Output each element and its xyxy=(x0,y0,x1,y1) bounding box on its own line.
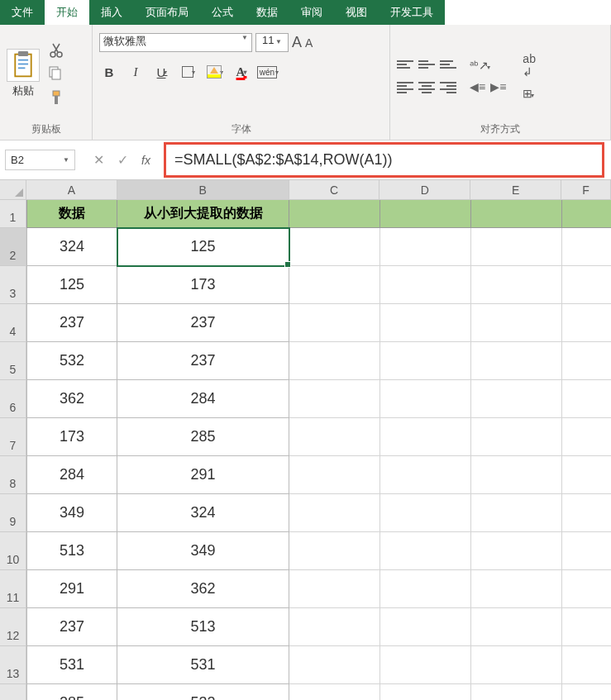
cell-B9[interactable]: 324 xyxy=(117,494,289,532)
cell-D1[interactable] xyxy=(380,200,471,228)
col-header-F[interactable]: F xyxy=(561,180,611,200)
cell-A4[interactable]: 237 xyxy=(26,304,117,342)
cell-B14[interactable]: 532 xyxy=(117,684,289,700)
cell-D10[interactable] xyxy=(380,532,471,570)
cell-F3[interactable] xyxy=(562,266,611,304)
cell-D3[interactable] xyxy=(380,266,471,304)
cell-A13[interactable]: 531 xyxy=(26,646,117,684)
row-header-14[interactable]: 14 xyxy=(0,684,26,700)
align-center-button[interactable] xyxy=(418,80,435,95)
cell-F13[interactable] xyxy=(562,646,611,684)
cell-E4[interactable] xyxy=(471,304,562,342)
col-header-E[interactable]: E xyxy=(470,180,561,200)
italic-button[interactable]: I xyxy=(126,62,146,82)
cell-F11[interactable] xyxy=(562,570,611,608)
select-all-corner[interactable] xyxy=(0,180,26,200)
cell-C3[interactable] xyxy=(289,266,380,304)
cell-C14[interactable] xyxy=(289,684,380,700)
cell-F12[interactable] xyxy=(562,608,611,646)
phonetic-button[interactable]: wén▾ xyxy=(258,62,278,82)
cell-E11[interactable] xyxy=(471,570,562,608)
tab-developer[interactable]: 开发工具 xyxy=(379,0,445,25)
fill-color-button[interactable]: ▾ xyxy=(205,62,225,82)
cell-F5[interactable] xyxy=(562,342,611,380)
decrease-font-button[interactable]: A xyxy=(305,36,313,50)
cell-D11[interactable] xyxy=(380,570,471,608)
paste-button[interactable]: 粘贴 xyxy=(7,49,40,98)
tab-data[interactable]: 数据 xyxy=(245,0,289,25)
cell-C13[interactable] xyxy=(289,646,380,684)
cell-F14[interactable] xyxy=(562,684,611,700)
tab-file[interactable]: 文件 xyxy=(0,0,45,25)
cell-B13[interactable]: 531 xyxy=(117,646,289,684)
cell-C9[interactable] xyxy=(289,494,380,532)
cell-C1[interactable] xyxy=(289,200,380,228)
col-header-B[interactable]: B xyxy=(117,180,289,200)
border-button[interactable]: ▾ xyxy=(179,62,198,82)
tab-insert[interactable]: 插入 xyxy=(89,0,134,25)
formula-input[interactable]: =SMALL($A$2:$A$14,ROW(A1)) xyxy=(164,142,604,178)
cell-C2[interactable] xyxy=(289,228,380,266)
row-header-13[interactable]: 13 xyxy=(0,646,26,684)
row-header-9[interactable]: 9 xyxy=(0,494,26,532)
row-header-10[interactable]: 10 xyxy=(0,532,26,570)
cell-E9[interactable] xyxy=(471,494,562,532)
cell-E14[interactable] xyxy=(471,684,562,700)
cell-D8[interactable] xyxy=(380,456,471,494)
cell-E6[interactable] xyxy=(471,380,562,418)
cell-A7[interactable]: 173 xyxy=(26,418,117,456)
cell-C10[interactable] xyxy=(289,532,380,570)
cell-C5[interactable] xyxy=(289,342,380,380)
cell-D5[interactable] xyxy=(380,342,471,380)
cell-E7[interactable] xyxy=(471,418,562,456)
cell-F10[interactable] xyxy=(562,532,611,570)
cell-D9[interactable] xyxy=(380,494,471,532)
tab-formula[interactable]: 公式 xyxy=(200,0,245,25)
row-header-2[interactable]: 2 xyxy=(0,228,26,266)
cell-F2[interactable] xyxy=(562,228,611,266)
cell-B11[interactable]: 362 xyxy=(117,570,289,608)
font-name-select[interactable]: 微软雅黑 ▼ xyxy=(99,33,252,52)
format-painter-button[interactable] xyxy=(48,89,64,106)
row-header-3[interactable]: 3 xyxy=(0,266,26,304)
decrease-indent-button[interactable]: ◀≡ xyxy=(470,80,485,93)
cell-B8[interactable]: 291 xyxy=(117,456,289,494)
font-color-button[interactable]: A▾ xyxy=(232,62,251,82)
cell-B10[interactable]: 349 xyxy=(117,532,289,570)
col-header-C[interactable]: C xyxy=(289,180,380,200)
cell-C6[interactable] xyxy=(289,380,380,418)
cell-F6[interactable] xyxy=(562,380,611,418)
row-header-5[interactable]: 5 xyxy=(0,342,26,380)
name-box[interactable]: B2 ▼ xyxy=(5,150,75,170)
cell-B12[interactable]: 513 xyxy=(117,608,289,646)
cell-A6[interactable]: 362 xyxy=(26,380,117,418)
cell-F8[interactable] xyxy=(562,456,611,494)
align-middle-button[interactable] xyxy=(418,57,435,72)
col-header-D[interactable]: D xyxy=(379,180,470,200)
cell-E3[interactable] xyxy=(471,266,562,304)
cell-A12[interactable]: 237 xyxy=(26,608,117,646)
cell-E13[interactable] xyxy=(471,646,562,684)
cell-B6[interactable]: 284 xyxy=(117,380,289,418)
underline-button[interactable]: U▾ xyxy=(152,62,172,82)
cell-B2[interactable]: 125 xyxy=(117,228,289,266)
cell-F7[interactable] xyxy=(562,418,611,456)
cell-A11[interactable]: 291 xyxy=(26,570,117,608)
wrap-text-button[interactable]: ab↲ xyxy=(523,52,536,79)
tab-home[interactable]: 开始 xyxy=(45,0,89,25)
cell-A2[interactable]: 324 xyxy=(26,228,117,266)
cell-E1[interactable] xyxy=(471,200,562,228)
cell-A8[interactable]: 284 xyxy=(26,456,117,494)
cell-B7[interactable]: 285 xyxy=(117,418,289,456)
copy-button[interactable] xyxy=(48,65,64,83)
tab-review[interactable]: 审阅 xyxy=(289,0,334,25)
row-header-8[interactable]: 8 xyxy=(0,456,26,494)
align-right-button[interactable] xyxy=(440,80,456,95)
cell-A1[interactable]: 数据 xyxy=(26,200,117,228)
merge-button[interactable]: ⊞▾ xyxy=(523,87,536,100)
cell-B1[interactable]: 从小到大提取的数据 xyxy=(117,200,289,228)
cell-E10[interactable] xyxy=(471,532,562,570)
cell-A5[interactable]: 532 xyxy=(26,342,117,380)
cell-F9[interactable] xyxy=(562,494,611,532)
cell-D4[interactable] xyxy=(380,304,471,342)
